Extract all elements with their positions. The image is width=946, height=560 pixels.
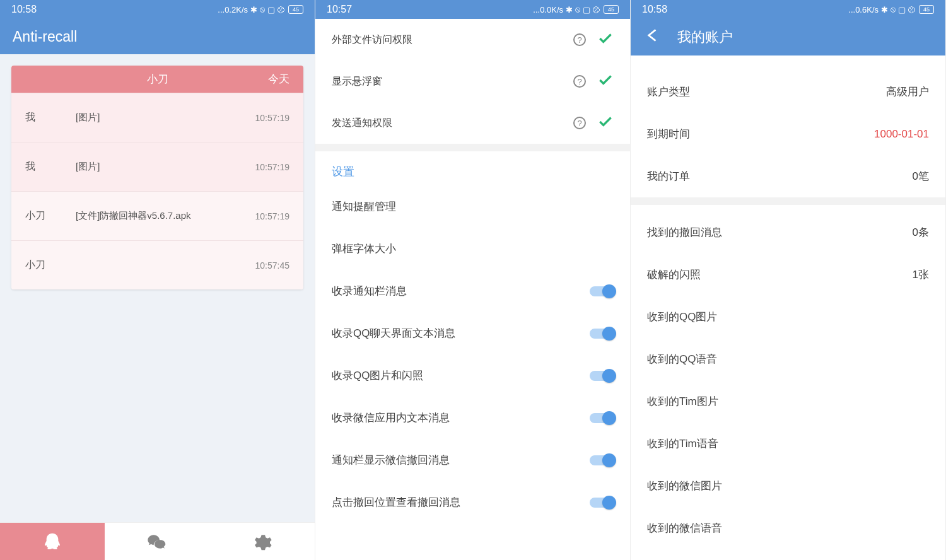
- stats-row[interactable]: 收到的QQ图片: [631, 296, 945, 338]
- setting-toggle-row[interactable]: 收录通知栏消息: [315, 270, 630, 312]
- nav-tab-settings[interactable]: [210, 523, 315, 560]
- gear-icon: [252, 532, 272, 552]
- nav-tab-wechat[interactable]: [105, 523, 209, 560]
- screen1-body: 小刀 今天 我 [图片] 10:57:19 我 [图片] 10:57:19 小刀…: [0, 54, 315, 522]
- setting-toggle-row[interactable]: 点击撤回位置查看撤回消息: [315, 481, 630, 523]
- setting-link-row[interactable]: 通知提醒管理: [315, 185, 630, 228]
- sim-icon: ▢: [267, 5, 275, 15]
- message-time: 10:57:19: [255, 113, 290, 123]
- section-divider: [315, 144, 630, 151]
- permission-row[interactable]: 外部文件访问权限 ?: [315, 19, 630, 61]
- setting-label: 收录通知栏消息: [332, 284, 590, 298]
- message-content: [图片]: [76, 161, 255, 173]
- stats-row[interactable]: 破解的闪照 1张: [631, 254, 945, 296]
- back-button[interactable]: [643, 27, 660, 47]
- sim-icon: ▢: [898, 5, 906, 15]
- message-content: [图片]: [76, 112, 255, 124]
- account-value: 0笔: [913, 169, 929, 184]
- account-row[interactable]: 我的订单 0笔: [631, 155, 945, 197]
- account-value: 高级用户: [886, 85, 929, 99]
- stats-row[interactable]: 收到的微信图片: [631, 465, 945, 507]
- check-icon: [597, 72, 614, 91]
- setting-toggle-row[interactable]: 收录微信应用内文本消息: [315, 397, 630, 439]
- message-row[interactable]: 我 [图片] 10:57:19: [11, 93, 303, 142]
- message-row[interactable]: 我 [图片] 10:57:19: [11, 142, 303, 191]
- stats-label: 收到的QQ语音: [647, 352, 717, 366]
- card-title: 小刀: [147, 72, 168, 86]
- qq-icon: [42, 532, 62, 552]
- wifi-icon: ⛒: [908, 5, 916, 15]
- toggle-switch[interactable]: [590, 286, 614, 296]
- account-label: 到期时间: [647, 127, 690, 141]
- message-content: [文件]防撤回神器v5.6.7.apk: [76, 210, 255, 222]
- message-time: 10:57:45: [255, 260, 290, 271]
- arrow-left-icon: [643, 27, 660, 44]
- account-row[interactable]: 到期时间 1000-01-01: [631, 113, 945, 155]
- setting-link-row[interactable]: 弹框字体大小: [315, 228, 630, 270]
- account-label: 我的订单: [647, 169, 690, 184]
- help-icon[interactable]: ?: [573, 75, 586, 88]
- status-right: ...0.0K/s ✱ ⦸ ▢ ⛒ 45: [533, 4, 619, 15]
- setting-toggle-row[interactable]: 收录QQ聊天界面文本消息: [315, 312, 630, 354]
- message-sender: 我: [25, 111, 76, 124]
- screen2-body: 外部文件访问权限 ? 显示悬浮窗 ? 发送通知权限 ? 设置 通知提醒管理 弹框…: [315, 19, 630, 560]
- status-right: ...0.2K/s ✱ ⦸ ▢ ⛒ 45: [218, 4, 303, 15]
- stats-row[interactable]: 收到的微信语音: [631, 507, 945, 549]
- stats-label: 收到的微信语音: [647, 521, 722, 535]
- message-time: 10:57:19: [255, 162, 290, 172]
- message-sender: 我: [25, 160, 76, 173]
- permission-label: 显示悬浮窗: [332, 75, 573, 88]
- help-icon[interactable]: ?: [573, 33, 586, 46]
- stats-row[interactable]: 找到的撤回消息 0条: [631, 211, 945, 254]
- permission-label: 外部文件访问权限: [332, 33, 573, 47]
- check-icon: [597, 30, 614, 49]
- status-net: ...0.6K/s: [848, 5, 879, 15]
- toggle-switch[interactable]: [590, 413, 614, 423]
- account-value: 1000-01-01: [874, 128, 929, 141]
- stats-row[interactable]: 收到的Tim图片: [631, 380, 945, 423]
- stats-row[interactable]: 收到的QQ语音: [631, 338, 945, 380]
- stats-value: 0条: [913, 225, 929, 240]
- account-row[interactable]: 账户类型 高级用户: [631, 71, 945, 113]
- wechat-icon: [147, 532, 167, 552]
- mute-icon: ⦸: [575, 4, 580, 15]
- toggle-switch[interactable]: [590, 498, 614, 508]
- help-icon[interactable]: ?: [573, 117, 586, 129]
- status-net: ...0.2K/s: [218, 5, 248, 15]
- setting-label: 点击撤回位置查看撤回消息: [332, 495, 590, 510]
- status-bar: 10:58 ...0.6K/s ✱ ⦸ ▢ ⛒ 45: [631, 0, 945, 19]
- toggle-switch[interactable]: [590, 371, 614, 381]
- setting-toggle-row[interactable]: 通知栏显示微信撤回消息: [315, 439, 630, 481]
- stats-label: 找到的撤回消息: [647, 225, 722, 240]
- status-right: ...0.6K/s ✱ ⦸ ▢ ⛒ 45: [848, 4, 934, 15]
- bluetooth-icon: ✱: [566, 5, 573, 15]
- message-sender: 小刀: [25, 259, 76, 272]
- mute-icon: ⦸: [260, 4, 265, 15]
- nav-tab-qq[interactable]: [0, 523, 105, 560]
- setting-label: 收录微信应用内文本消息: [332, 411, 590, 425]
- account-label: 账户类型: [647, 85, 690, 99]
- stats-value: 1张: [913, 267, 929, 282]
- card-header: 小刀 今天: [11, 66, 303, 93]
- toggle-switch[interactable]: [590, 455, 614, 465]
- setting-label: 通知栏显示微信撤回消息: [332, 453, 590, 467]
- permission-row[interactable]: 发送通知权限 ?: [315, 102, 630, 144]
- message-row[interactable]: 小刀 10:57:45: [11, 240, 303, 289]
- app-bar: Anti-recall: [0, 19, 315, 54]
- screen-settings: 10:57 ...0.0K/s ✱ ⦸ ▢ ⛒ 45 外部文件访问权限 ? 显示…: [315, 0, 631, 560]
- setting-toggle-row[interactable]: 收录QQ图片和闪照: [315, 354, 630, 397]
- permission-row[interactable]: 显示悬浮窗 ?: [315, 61, 630, 102]
- app-title: Anti-recall: [13, 28, 77, 45]
- toggle-switch[interactable]: [590, 329, 614, 339]
- bottom-nav: [0, 522, 315, 560]
- wifi-icon: ⛒: [277, 5, 286, 15]
- bluetooth-icon: ✱: [881, 5, 888, 15]
- wifi-icon: ⛒: [593, 5, 601, 15]
- conversation-card: 小刀 今天 我 [图片] 10:57:19 我 [图片] 10:57:19 小刀…: [11, 66, 303, 289]
- message-sender: 小刀: [25, 209, 76, 223]
- setting-label: 收录QQ图片和闪照: [332, 368, 590, 383]
- message-row[interactable]: 小刀 [文件]防撤回神器v5.6.7.apk 10:57:19: [11, 191, 303, 240]
- stats-row[interactable]: 收到的Tim语音: [631, 423, 945, 465]
- page-title: 我的账户: [677, 28, 733, 47]
- stats-label: 收到的Tim图片: [647, 394, 718, 409]
